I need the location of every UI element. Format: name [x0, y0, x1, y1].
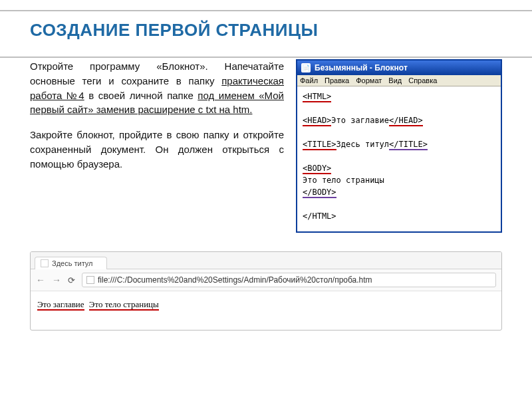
browser-tab[interactable]: Здесь титул [35, 257, 107, 269]
menu-view[interactable]: Вид [388, 76, 402, 84]
code-blank [303, 102, 495, 114]
menu-file[interactable]: Файл [300, 76, 318, 84]
notepad-titlebar: 📄 Безымянный - Блокнот [297, 61, 501, 75]
code-head-close: </HEAD> [389, 116, 423, 126]
notepad-title-text: Безымянный - Блокнот [315, 63, 408, 72]
browser-window: Здесь титул ← → ⟳ file:///C:/Documents%2… [30, 251, 502, 331]
code-blank [303, 126, 495, 138]
browser-tabbar: Здесь титул [31, 252, 501, 269]
url-text: file:///C:/Documents%20and%20Settings/Ad… [98, 275, 372, 285]
slide-title: СОЗДАНИЕ ПЕРВОЙ СТРАНИЦЫ [30, 20, 502, 41]
back-button[interactable]: ← [36, 275, 45, 285]
menu-format[interactable]: Формат [356, 76, 382, 84]
code-title-close: </TITLE> [389, 140, 428, 150]
code-html-open: <HTML> [303, 92, 331, 102]
code-body-text: Это тело страницы [303, 174, 495, 186]
code-title-open: <TITLE> [303, 140, 336, 150]
reload-button[interactable]: ⟳ [68, 275, 75, 285]
instruction-text: Откройте программу «Блокнот». Напечатайт… [30, 59, 284, 233]
notepad-icon: 📄 [301, 63, 311, 72]
code-blank [303, 150, 495, 162]
document-icon [86, 276, 94, 284]
notepad-menubar: Файл Правка Формат Вид Справка [297, 75, 501, 86]
tab-title: Здесь титул [52, 259, 93, 267]
forward-button[interactable]: → [52, 275, 61, 285]
code-blank [303, 198, 495, 210]
address-bar[interactable]: file:///C:/Documents%20and%20Settings/Ad… [82, 273, 496, 287]
instr-p2: Закройте блокнот, пройдите в свою папку … [30, 128, 284, 171]
rendered-body: Это тело страницы [89, 299, 159, 311]
rendered-heading: Это заглавие [37, 299, 84, 311]
code-title-text: Здесь титул [336, 140, 389, 149]
browser-toolbar: ← → ⟳ file:///C:/Documents%20and%20Setti… [31, 269, 501, 291]
favicon-icon [41, 259, 49, 267]
code-head-open: <HEAD> [303, 116, 331, 126]
code-body-open: <BODY> [303, 164, 331, 174]
instr-p1b: в своей личной папке [84, 90, 198, 101]
code-body-close: </BODY> [303, 188, 336, 198]
menu-help[interactable]: Справка [408, 76, 437, 84]
notepad-body[interactable]: <HTML> <HEAD>Это заглавие</HEAD> <TITLE>… [297, 86, 501, 231]
code-html-close: </HTML> [303, 210, 495, 222]
notepad-window: 📄 Безымянный - Блокнот Файл Правка Форма… [296, 59, 502, 233]
menu-edit[interactable]: Правка [325, 76, 349, 84]
browser-page-content: Это заглавие Это тело страницы [31, 291, 501, 330]
code-head-text: Это заглавие [331, 116, 389, 125]
